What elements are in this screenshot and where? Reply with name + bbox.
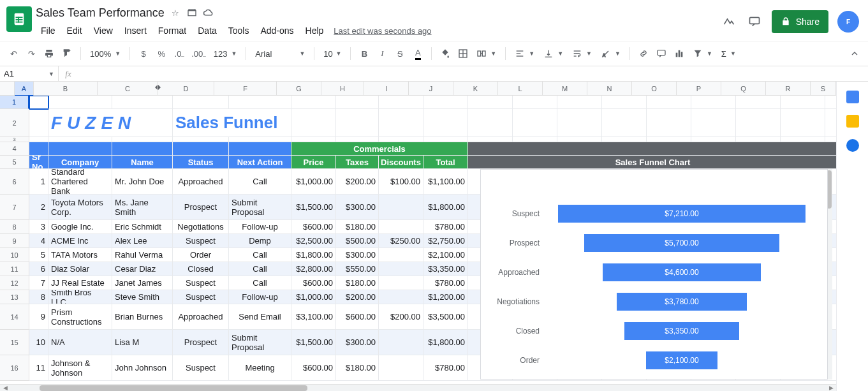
cell[interactable]: Call <box>229 248 291 262</box>
cell[interactable]: 1 <box>29 169 48 195</box>
funnel-chart[interactable]: Suspect$7,210.00Prospect$5,700.00Approac… <box>480 169 828 380</box>
cell[interactable]: Mr. John Doe <box>112 169 173 195</box>
cell[interactable]: 3 <box>29 220 48 234</box>
cell[interactable]: 9 <box>29 304 48 330</box>
toolbar-expand-icon[interactable] <box>846 45 863 62</box>
cell[interactable]: $300.00 <box>336 248 379 262</box>
cell[interactable]: $780.00 <box>423 220 468 234</box>
cell[interactable] <box>379 220 423 234</box>
row-header-15[interactable]: 15 <box>0 330 29 355</box>
header-chart-title[interactable]: Sales Funnel Chart <box>468 156 836 169</box>
move-icon[interactable] <box>186 7 198 18</box>
decrease-decimal-button[interactable]: .0_ <box>171 45 188 62</box>
col-header-G[interactable]: G <box>277 82 321 95</box>
select-all-corner[interactable] <box>0 82 15 95</box>
percent-button[interactable]: % <box>153 45 170 62</box>
spreadsheet-grid[interactable]: A B C D F G H I J K L M <box>0 82 836 384</box>
menu-view[interactable]: View <box>89 23 118 38</box>
row-header-16[interactable]: 16 <box>0 355 29 381</box>
cell[interactable] <box>379 276 423 290</box>
zoom-dropdown[interactable]: 100%▼ <box>86 45 124 62</box>
cell[interactable]: Johnson & Johnson <box>48 355 112 381</box>
cell[interactable]: $300.00 <box>336 195 379 220</box>
cell[interactable]: Brian Burnes <box>112 304 173 330</box>
filter-button[interactable]: ▼ <box>689 45 716 62</box>
row-header-14[interactable]: 14 <box>0 304 29 330</box>
cell[interactable]: $1,800.00 <box>423 195 468 220</box>
horizontal-scrollbar[interactable]: ◀ ▶ <box>0 384 836 391</box>
cell[interactable]: Prism Constructions <box>48 304 112 330</box>
cell[interactable]: $3,100.00 <box>291 304 336 330</box>
col-header-N[interactable]: N <box>587 82 632 95</box>
cell[interactable]: $780.00 <box>423 355 468 381</box>
cell[interactable]: Smith Bros LLC <box>48 290 112 304</box>
text-color-button[interactable]: A <box>409 45 426 62</box>
col-header-I[interactable]: I <box>364 82 409 95</box>
row-header-5[interactable]: 5 <box>0 156 29 169</box>
cell[interactable]: Ms. Jane Smith <box>112 195 173 220</box>
cell[interactable] <box>379 355 423 381</box>
header-total[interactable]: Total <box>423 156 468 169</box>
cell[interactable]: $1,000.00 <box>291 169 336 195</box>
cell[interactable]: John Johnson <box>112 355 173 381</box>
cell[interactable]: 11 <box>29 355 48 381</box>
cell[interactable]: $1,100.00 <box>423 169 468 195</box>
cell[interactable]: Prospect <box>173 330 229 355</box>
cell[interactable]: Lisa M <box>112 330 173 355</box>
cell[interactable]: $500.00 <box>336 234 379 248</box>
cell[interactable]: Eric Schmidt <box>112 220 173 234</box>
activity-icon[interactable] <box>721 13 737 30</box>
cell[interactable]: $3,350.00 <box>423 262 468 276</box>
header-status[interactable]: Status <box>173 156 229 169</box>
cell[interactable]: Submit Proposal <box>229 330 291 355</box>
rotate-button[interactable]: A▼ <box>597 45 624 62</box>
cell[interactable]: Call <box>229 262 291 276</box>
cell[interactable]: Diaz Solar <box>48 262 112 276</box>
row-header-3[interactable]: 3 <box>0 137 29 142</box>
menu-edit[interactable]: Edit <box>62 23 87 38</box>
header-srno[interactable]: Sr No <box>29 156 48 169</box>
col-header-R[interactable]: R <box>766 82 811 95</box>
functions-button[interactable]: Σ▼ <box>717 45 740 62</box>
cell[interactable]: Call <box>229 169 291 195</box>
cell[interactable]: Meeting <box>229 355 291 381</box>
cell[interactable]: Alex Lee <box>112 234 173 248</box>
cell[interactable]: Order <box>173 248 229 262</box>
scroll-right-arrow[interactable]: ▶ <box>826 385 836 392</box>
column-headers[interactable]: A B C D F G H I J K L M <box>0 82 836 96</box>
col-header-S[interactable]: S <box>811 82 836 95</box>
cell[interactable]: $600.00 <box>291 355 336 381</box>
cell[interactable]: Call <box>229 276 291 290</box>
cell[interactable]: TATA Motors <box>48 248 112 262</box>
cloud-status-icon[interactable] <box>203 7 214 18</box>
cell[interactable]: 10 <box>29 330 48 355</box>
menu-data[interactable]: Data <box>193 23 222 38</box>
cell[interactable]: $3,500.00 <box>423 304 468 330</box>
header-name[interactable]: Name <box>112 156 173 169</box>
col-header-O[interactable]: O <box>632 82 677 95</box>
strikethrough-button[interactable]: S <box>392 45 408 62</box>
redo-button[interactable]: ↷ <box>23 45 40 62</box>
cell[interactable] <box>379 262 423 276</box>
row-header-2[interactable]: 2 <box>0 109 29 137</box>
cell[interactable]: $180.00 <box>336 276 379 290</box>
number-format-dropdown[interactable]: 123▼ <box>210 45 241 62</box>
cell[interactable]: Suspect <box>173 276 229 290</box>
row-header-7[interactable]: 7 <box>0 195 29 220</box>
cell[interactable]: Standard Chartered Bank <box>48 169 112 195</box>
link-button[interactable] <box>635 45 652 62</box>
col-header-P[interactable]: P <box>677 82 721 95</box>
cell[interactable]: $600.00 <box>291 220 336 234</box>
last-edit-link[interactable]: Last edit was seconds ago <box>334 26 431 36</box>
borders-button[interactable] <box>455 45 471 62</box>
cell[interactable]: Negotiations <box>173 220 229 234</box>
cell[interactable]: Prospect <box>173 195 229 220</box>
row-header-10[interactable]: 10 <box>0 248 29 262</box>
col-header-L[interactable]: L <box>498 82 543 95</box>
header-commercials[interactable]: Commercials <box>291 142 468 156</box>
cell[interactable]: Submit Proposal <box>229 195 291 220</box>
paint-format-button[interactable] <box>59 45 75 62</box>
sheets-logo-icon[interactable] <box>6 6 32 32</box>
menu-insert[interactable]: Insert <box>119 23 152 38</box>
cell-A1[interactable] <box>29 96 48 109</box>
